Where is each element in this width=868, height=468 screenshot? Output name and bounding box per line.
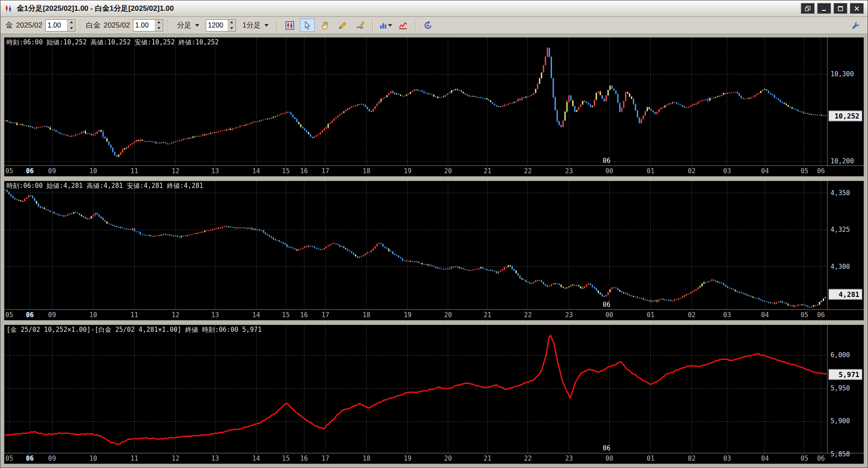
toolbar-separator	[277, 19, 278, 31]
price-tick-label: 5,900	[831, 417, 850, 425]
bar-count-down-button[interactable]	[228, 25, 236, 31]
time-tick-label: 06	[26, 167, 34, 175]
time-tick-label: 13	[211, 311, 219, 319]
time-tick-label: 10	[89, 455, 97, 462]
time-tick-label: 12	[172, 167, 180, 175]
wrench-icon	[851, 21, 861, 30]
time-tick-label: 21	[484, 455, 491, 462]
time-tick-label: 09	[48, 167, 56, 175]
time-tick-label: 22	[524, 167, 532, 175]
spread-chart-button[interactable]	[396, 19, 410, 32]
time-tick-label: 15	[282, 167, 290, 175]
platinum-chart-canvas[interactable]	[4, 181, 827, 309]
spread-price-axis: 6,0005,9505,9005,8505,971	[828, 325, 864, 453]
bar-type-dropdown[interactable]: 分足	[174, 19, 203, 32]
time-tick-label: 19	[404, 311, 412, 319]
gold-plot-area: 時刻:06:00 始値:10,252 高値:10,252 安値:10,252 終…	[4, 37, 828, 166]
price-tick-label: 4,325	[831, 226, 850, 234]
time-tick-label: 22	[524, 455, 532, 462]
chart-type-button[interactable]	[282, 19, 297, 32]
time-tick-label: 11	[130, 167, 138, 175]
time-tick-label: 16	[300, 167, 308, 175]
time-tick-label: 03	[723, 455, 731, 462]
platinum-time-axis: 0506091011121314151617181920212223000102…	[4, 310, 828, 320]
price-tick-label: 5,850	[831, 450, 850, 458]
toolbar: 金 2025/02 白金 2025/02 分足	[0, 17, 868, 34]
time-tick-label: 05	[800, 167, 808, 175]
axis-corner	[828, 310, 864, 320]
time-tick-label: 02	[688, 167, 695, 175]
window-title: 金1分足[2025/02]1.00 - 白金1分足[2025/02]1.00	[17, 3, 174, 13]
time-tick-label: 12	[172, 455, 180, 462]
time-tick-label: 02	[688, 455, 695, 462]
toolbar-separator	[80, 19, 81, 31]
indicator-button[interactable]	[378, 19, 393, 32]
platinum-multiplier-input[interactable]	[133, 20, 155, 31]
toolbar-separator	[168, 19, 169, 31]
time-tick-label: 14	[252, 455, 260, 462]
hand-icon	[320, 21, 330, 30]
refresh-icon: R	[423, 21, 433, 30]
arrow-up-icon	[230, 21, 233, 23]
gold-multiplier-input[interactable]	[46, 20, 67, 31]
bar-count-spin-buttons	[228, 20, 236, 31]
price-tick-label: 5,950	[831, 384, 850, 392]
pen-line-icon	[356, 21, 365, 30]
cursor-tool-button[interactable]	[300, 19, 315, 32]
time-tick-label: 00	[605, 311, 613, 319]
maximize-button[interactable]	[834, 3, 847, 14]
chevron-down-icon	[195, 24, 199, 27]
time-tick-label: 05	[800, 455, 808, 462]
time-tick-label: 13	[211, 167, 219, 175]
gold-chart-canvas[interactable]	[4, 37, 827, 165]
gold-price-axis: 10,30010,20010,252	[828, 37, 864, 166]
time-tick-label: 11	[130, 311, 138, 319]
window-controls	[801, 3, 864, 14]
time-tick-label: 05	[5, 455, 13, 462]
bar-count-input[interactable]	[206, 20, 228, 31]
timeframe-dropdown[interactable]: 1分足	[239, 19, 272, 32]
gold-month-label: 2025/02	[16, 21, 42, 30]
time-tick-label: 14	[252, 311, 260, 319]
gold-multiplier-up-button[interactable]	[68, 20, 75, 26]
freehand-tool-button[interactable]	[353, 19, 368, 32]
detach-window-button[interactable]	[801, 3, 815, 14]
gold-time-axis: 0506091011121314151617181920212223000102…	[4, 166, 828, 176]
spread-chart-panel: [金 25/02 10,252×1.00]-[白金 25/02 4,281×1.…	[4, 324, 864, 464]
reload-button[interactable]: R	[421, 19, 435, 32]
time-tick-label: 01	[647, 455, 654, 462]
bar-count-up-button[interactable]	[228, 20, 236, 26]
red-line-chart-icon	[398, 21, 408, 30]
gold-info-text: 時刻:06:00 始値:10,252 高値:10,252 安値:10,252 終…	[6, 38, 219, 47]
platinum-label: 白金	[86, 20, 100, 30]
time-tick-label: 16	[300, 311, 308, 319]
time-tick-label: 09	[48, 455, 56, 462]
draw-tool-button[interactable]	[335, 19, 350, 32]
spread-info-text: [金 25/02 10,252×1.00]-[白金 25/02 4,281×1.…	[6, 326, 262, 334]
platinum-multiplier-up-button[interactable]	[155, 20, 163, 26]
platinum-multiplier-down-button[interactable]	[155, 25, 163, 31]
time-tick-label: 19	[404, 167, 412, 175]
close-button[interactable]	[850, 3, 864, 14]
time-tick-label: 04	[761, 167, 769, 175]
time-tick-label: 03	[723, 311, 731, 319]
spread-chart-canvas[interactable]	[4, 325, 827, 453]
settings-button[interactable]	[849, 19, 863, 32]
time-tick-label: 18	[363, 167, 370, 175]
arrow-down-icon	[230, 27, 233, 29]
platinum-info-text: 時刻:06:00 始値:4,281 高値:4,281 安値:4,281 終値:4…	[6, 182, 203, 190]
axis-corner	[828, 166, 864, 176]
gold-multiplier-down-button[interactable]	[68, 25, 75, 31]
time-tick-label: 06	[26, 311, 34, 319]
minimize-button[interactable]	[817, 3, 831, 14]
app-icon	[4, 4, 13, 13]
price-tick-label: 6,000	[831, 351, 850, 359]
arrow-up-icon	[157, 21, 161, 23]
titlebar: 金1分足[2025/02]1.00 - 白金1分足[2025/02]1.00	[0, 0, 868, 17]
time-tick-label: 05	[800, 311, 808, 319]
gold-chart-panel: 時刻:06:00 始値:10,252 高値:10,252 安値:10,252 終…	[4, 37, 864, 177]
time-tick-label: 04	[761, 311, 769, 319]
platinum-month-label: 2025/02	[103, 21, 130, 30]
pan-tool-button[interactable]	[318, 19, 332, 32]
platinum-multiplier-spin-buttons	[155, 20, 163, 31]
